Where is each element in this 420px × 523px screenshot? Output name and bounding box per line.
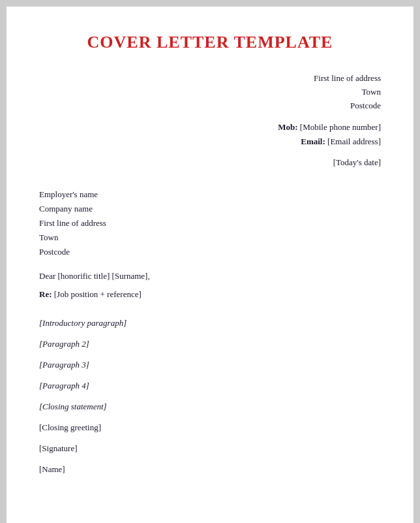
- closing-signature: [Signature]: [39, 443, 381, 454]
- contact-block: Mob: [Mobile phone number] Email: [Email…: [39, 120, 381, 149]
- address-town: Town: [39, 86, 381, 99]
- email-label: Email:: [301, 136, 325, 146]
- re-line: Re: [Job position + reference]: [39, 289, 381, 300]
- salutation: Dear [honorific title] [Surname],: [39, 271, 381, 281]
- salutation-text: Dear [honorific title] [Surname],: [39, 271, 150, 281]
- mob-value: [Mobile phone number]: [300, 122, 381, 132]
- closing-greeting: [Closing greeting]: [39, 422, 381, 433]
- date-block: [Today's date]: [39, 157, 381, 168]
- date-value: [Today's date]: [333, 157, 381, 167]
- intro-paragraph: [Introductory paragraph]: [39, 318, 381, 328]
- employer-company: Company name: [39, 202, 381, 216]
- address-postcode: Postcode: [39, 99, 381, 113]
- address-line1: First line of address: [39, 72, 381, 86]
- closing-statement: [Closing statement]: [39, 402, 381, 412]
- page-title: COVER LETTER TEMPLATE: [39, 33, 381, 52]
- employer-block: Employer's name Company name First line …: [39, 187, 381, 259]
- email-value: [Email address]: [327, 136, 381, 146]
- paragraph-2: [Paragraph 2]: [39, 339, 381, 349]
- closing-section: [Closing greeting] [Signature] [Name]: [39, 422, 381, 475]
- re-label: Re:: [39, 289, 52, 299]
- paragraph-4: [Paragraph 4]: [39, 381, 381, 391]
- employer-name: Employer's name: [39, 187, 381, 202]
- closing-name: [Name]: [39, 464, 381, 475]
- employer-town: Town: [39, 230, 381, 245]
- employer-address-line1: First line of address: [39, 216, 381, 230]
- employer-postcode: Postcode: [39, 245, 381, 259]
- email-line: Email: [Email address]: [39, 135, 381, 149]
- re-value: [Job position + reference]: [54, 289, 142, 299]
- paragraph-3: [Paragraph 3]: [39, 360, 381, 370]
- mob-line: Mob: [Mobile phone number]: [39, 120, 381, 135]
- mob-label: Mob:: [278, 122, 297, 132]
- address-right-block: First line of address Town Postcode: [39, 72, 381, 112]
- cover-letter-page: COVER LETTER TEMPLATE First line of addr…: [7, 7, 413, 523]
